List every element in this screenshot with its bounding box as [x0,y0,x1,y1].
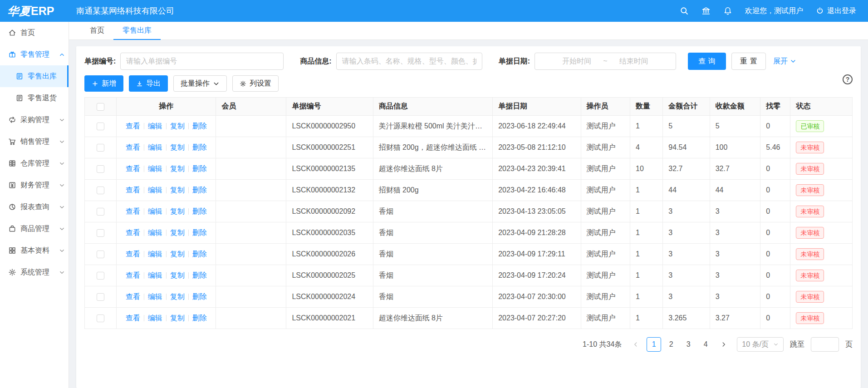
row-action-delete[interactable]: 删除 [192,207,207,215]
row-action-copy[interactable]: 复制 [170,293,185,300]
row-checkbox[interactable] [97,250,104,258]
row-checkbox[interactable] [97,314,104,322]
row-action-copy[interactable]: 复制 [170,250,185,258]
row-checkbox[interactable] [97,293,104,301]
row-checkbox[interactable] [97,229,104,237]
column-settings-button[interactable]: 列设置 [232,75,279,92]
row-checkbox[interactable] [97,272,104,280]
page-button-3[interactable]: 3 [681,337,696,352]
row-action-view[interactable]: 查看 [126,293,140,300]
chevron-up-icon [59,52,65,58]
cell-member [216,201,286,222]
row-action-view[interactable]: 查看 [126,207,140,215]
product-info-input[interactable] [336,53,482,70]
row-action-delete[interactable]: 删除 [192,250,207,258]
row-action-view[interactable]: 查看 [126,250,140,258]
sidebar-item-retail-outbound[interactable]: 零售出库 [0,65,69,87]
cell-bill_no: LSCK00000002251 [286,137,373,158]
sidebar-item-basic-data[interactable]: 基本资料 [0,240,69,261]
cell-operator: 测试用户 [581,222,630,244]
tab-retail-outbound[interactable]: 零售出库 [113,22,161,40]
row-action-delete[interactable]: 删除 [192,143,207,151]
page-button-2[interactable]: 2 [664,337,678,352]
row-action-edit[interactable]: 编辑 [148,122,162,130]
search-icon[interactable] [680,6,689,15]
sidebar-item-label: 系统管理 [20,268,58,277]
sidebar-item-report-query[interactable]: 报表查询 [0,196,69,218]
row-action-copy[interactable]: 复制 [170,122,185,130]
row-action-delete[interactable]: 删除 [192,293,207,300]
row-action-copy[interactable]: 复制 [170,229,185,236]
search-button[interactable]: 查询 [688,53,726,70]
row-action-view[interactable]: 查看 [126,314,140,322]
row-action-copy[interactable]: 复制 [170,271,185,279]
row-action-view[interactable]: 查看 [126,229,140,236]
row-action-edit[interactable]: 编辑 [148,186,162,194]
row-action-view[interactable]: 查看 [126,165,140,172]
sidebar-item-purchase-manage[interactable]: 采购管理 [0,109,69,131]
row-checkbox[interactable] [97,187,104,194]
sidebar-item-home[interactable]: 首页 [0,22,69,44]
row-action-edit[interactable]: 编辑 [148,207,162,215]
row-action-delete[interactable]: 删除 [192,314,207,322]
row-action-copy[interactable]: 复制 [170,207,185,215]
row-action-edit[interactable]: 编辑 [148,165,162,172]
add-button[interactable]: 新增 [84,75,123,92]
page-button-4[interactable]: 4 [698,337,713,352]
bill-no-input[interactable] [120,53,284,70]
prev-page-button[interactable] [629,338,642,351]
select-all-checkbox[interactable] [97,103,104,111]
sidebar-item-finance-manage[interactable]: 财务管理 [0,174,69,196]
row-checkbox[interactable] [97,144,104,152]
date-range-picker[interactable]: 开始时间 ~ 结束时间 [535,53,676,70]
batch-operation-button[interactable]: 批量操作 [173,75,227,92]
row-action-copy[interactable]: 复制 [170,186,185,194]
row-action-view[interactable]: 查看 [126,122,140,130]
tab-home[interactable]: 首页 [81,22,113,40]
sidebar-item-system-manage[interactable]: 系统管理 [0,261,69,283]
row-action-copy[interactable]: 复制 [170,314,185,322]
page-button-1[interactable]: 1 [647,337,661,352]
column-header-11: 状态 [790,98,853,116]
logout-button[interactable]: 退出登录 [816,6,856,16]
row-action-delete[interactable]: 删除 [192,229,207,236]
page-size-select[interactable]: 10 条/页 [737,337,784,352]
row-action-edit[interactable]: 编辑 [148,250,162,258]
row-action-view[interactable]: 查看 [126,186,140,194]
next-page-button[interactable] [717,338,731,351]
row-checkbox[interactable] [97,123,104,130]
row-action-view[interactable]: 查看 [126,143,140,151]
row-action-delete[interactable]: 删除 [192,186,207,194]
cell-total: 32.7 [663,158,710,180]
bank-icon[interactable] [701,6,711,15]
reset-button[interactable]: 重置 [731,53,766,70]
row-action-edit[interactable]: 编辑 [148,229,162,236]
sidebar-item-retail-return[interactable]: 零售退货 [0,87,69,109]
row-action-view[interactable]: 查看 [126,271,140,279]
sidebar-item-sales-manage[interactable]: 销售管理 [0,131,69,152]
row-action-delete[interactable]: 删除 [192,271,207,279]
row-action-copy[interactable]: 复制 [170,143,185,151]
sidebar-item-warehouse-manage[interactable]: 仓库管理 [0,152,69,174]
sidebar-item-goods-manage[interactable]: 商品管理 [0,218,69,240]
chevron-down-icon [773,342,779,347]
sidebar-item-label: 报表查询 [20,202,58,212]
cell-total: 3 [663,201,710,222]
export-button[interactable]: 导出 [129,75,168,92]
row-action-edit[interactable]: 编辑 [148,293,162,300]
sidebar-item-retail-manage[interactable]: 零售管理 [0,44,69,65]
expand-link[interactable]: 展开 [773,57,796,66]
bell-icon[interactable] [723,6,732,15]
row-action-edit[interactable]: 编辑 [148,314,162,322]
row-checkbox[interactable] [97,208,104,216]
cell-member [216,180,286,201]
action-separator [166,123,167,129]
jump-page-input[interactable] [811,337,839,352]
row-action-edit[interactable]: 编辑 [148,271,162,279]
row-checkbox[interactable] [97,165,104,173]
row-action-edit[interactable]: 编辑 [148,143,162,151]
help-icon[interactable]: ? [843,74,853,84]
row-action-copy[interactable]: 复制 [170,165,185,172]
row-action-delete[interactable]: 删除 [192,122,207,130]
row-action-delete[interactable]: 删除 [192,165,207,172]
